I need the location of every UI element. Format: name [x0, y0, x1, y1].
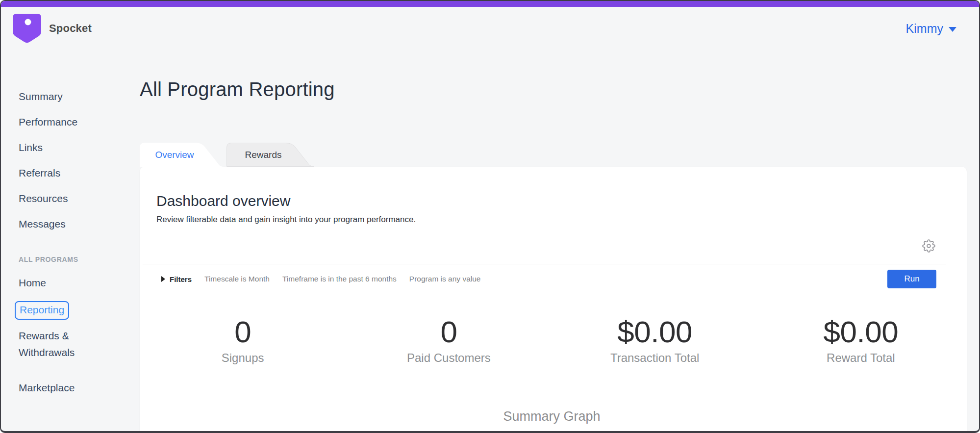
summary-graph-title: Summary Graph — [140, 409, 964, 424]
filter-bar: Filters Timescale is Month Timeframe is … — [156, 269, 946, 289]
main-content: All Program Reporting Overview Rewards — [115, 50, 979, 430]
filter-timeframe[interactable]: Timeframe is in the past 6 months — [282, 275, 397, 283]
sidebar-item-referrals[interactable]: Referrals — [19, 166, 108, 180]
sidebar-item-links[interactable]: Links — [19, 140, 108, 155]
stat-paid-customers-value: 0 — [346, 316, 552, 348]
stat-signups-label: Signups — [140, 351, 346, 365]
stat-reward-total-value: $0.00 — [758, 316, 964, 348]
run-button[interactable]: Run — [887, 270, 936, 288]
sidebar: Summary Performance Links Referrals Reso… — [1, 50, 115, 430]
sidebar-item-marketplace[interactable]: Marketplace — [19, 381, 108, 395]
sidebar-item-reporting[interactable]: Reporting — [19, 301, 108, 320]
body-row: Summary Performance Links Referrals Reso… — [1, 50, 979, 430]
tab-overview-label[interactable]: Overview — [140, 142, 209, 168]
tab-bar: Overview Rewards — [140, 142, 315, 167]
gear-icon[interactable] — [922, 239, 935, 255]
dashboard-title: Dashboard overview — [156, 192, 416, 210]
stat-reward-total: $0.00 Reward Total — [758, 316, 964, 365]
user-menu[interactable]: Kimmy — [906, 22, 956, 36]
filter-divider — [143, 264, 946, 264]
sidebar-item-home[interactable]: Home — [19, 276, 108, 290]
spocket-logo-icon — [12, 13, 42, 44]
filter-timescale[interactable]: Timescale is Month — [204, 275, 270, 283]
expand-filters-icon[interactable] — [161, 276, 165, 282]
filter-program[interactable]: Program is any value — [409, 275, 481, 283]
app-header: Spocket Kimmy — [1, 7, 979, 50]
sidebar-item-reporting-label[interactable]: Reporting — [15, 301, 69, 320]
sidebar-section-all-programs: ALL PROGRAMS — [19, 255, 115, 264]
user-name[interactable]: Kimmy — [906, 22, 943, 36]
dashboard-header: Dashboard overview Review filterable dat… — [156, 192, 416, 225]
page-title: All Program Reporting — [140, 77, 335, 101]
sidebar-item-performance[interactable]: Performance — [19, 115, 108, 129]
sidebar-item-rewards-withdrawals[interactable]: Rewards & Withdrawals — [19, 328, 108, 361]
filters-toggle[interactable]: Filters — [170, 275, 192, 283]
sidebar-item-resources[interactable]: Resources — [19, 191, 108, 206]
sidebar-item-summary[interactable]: Summary — [19, 89, 108, 104]
top-accent-bar — [1, 1, 979, 7]
chevron-down-icon — [949, 27, 956, 32]
tab-rewards-label[interactable]: Rewards — [226, 142, 300, 168]
stat-transaction-total-label: Transaction Total — [552, 351, 758, 365]
tab-rewards[interactable]: Rewards — [226, 142, 315, 167]
dashboard-card: Dashboard overview Review filterable dat… — [140, 167, 967, 433]
app-window: Spocket Kimmy Summary Performance Links … — [0, 0, 980, 433]
stat-paid-customers-label: Paid Customers — [346, 351, 552, 365]
stat-transaction-total-value: $0.00 — [552, 316, 758, 348]
brand-name: Spocket — [49, 22, 92, 35]
stats-row: 0 Signups 0 Paid Customers $0.00 Transac… — [140, 316, 964, 365]
tab-overview[interactable]: Overview — [140, 142, 224, 167]
stat-reward-total-label: Reward Total — [758, 351, 964, 365]
stat-signups: 0 Signups — [140, 316, 346, 365]
stat-paid-customers: 0 Paid Customers — [346, 316, 552, 365]
dashboard-subtitle: Review filterable data and gain insight … — [156, 214, 416, 225]
stat-transaction-total: $0.00 Transaction Total — [552, 316, 758, 365]
stat-signups-value: 0 — [140, 316, 346, 348]
sidebar-item-messages[interactable]: Messages — [19, 217, 108, 231]
